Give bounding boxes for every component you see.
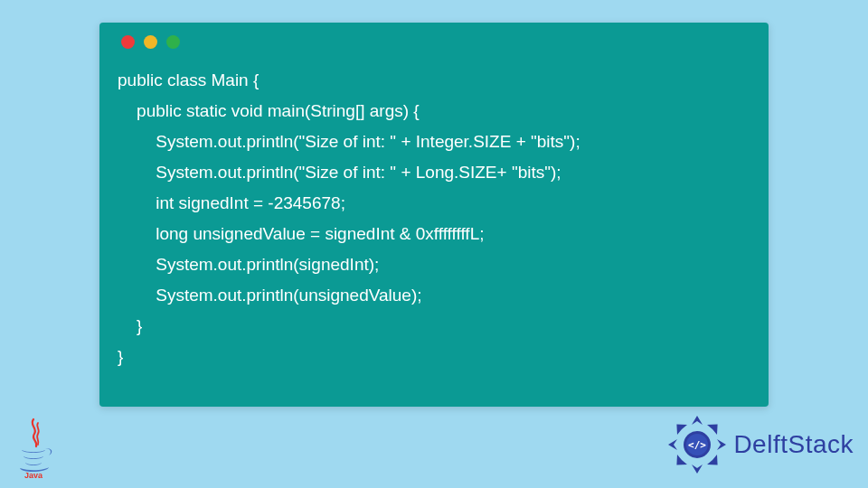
delftstack-branding: </> DelftStack: [666, 414, 854, 475]
close-icon: [121, 35, 135, 49]
code-block: public class Main { public static void m…: [118, 65, 750, 372]
svg-text:</>: </>: [688, 439, 706, 451]
window-traffic-lights: [121, 35, 750, 49]
delftstack-label: DelftStack: [733, 430, 854, 459]
delftstack-logo-icon: </>: [666, 414, 728, 475]
java-logo-label: Java: [24, 471, 43, 479]
java-logo-icon: Java: [11, 418, 56, 479]
maximize-icon: [166, 35, 180, 49]
minimize-icon: [144, 35, 157, 49]
code-window: public class Main { public static void m…: [99, 23, 769, 407]
